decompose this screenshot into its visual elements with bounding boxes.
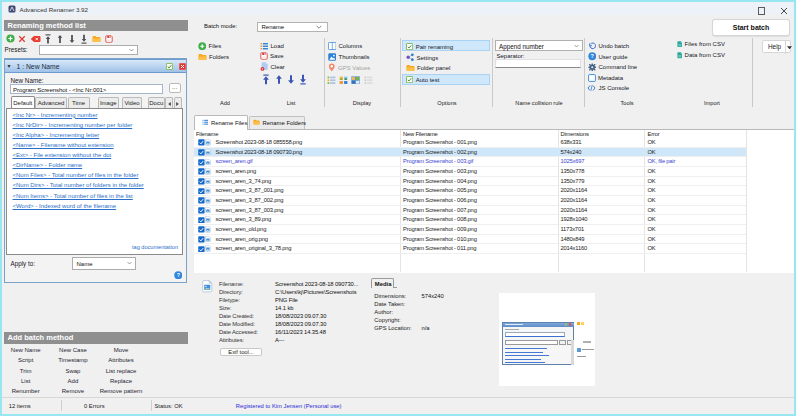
table-row[interactable]: screen_aren.pngProgram Screenshot - 003.…	[194, 167, 746, 177]
add-method-link[interactable]: Replace	[110, 378, 132, 384]
table-row[interactable]: screen_aren_original_3_78.pngProgram Scr…	[194, 244, 746, 254]
media-tab[interactable]: Media	[371, 278, 394, 288]
collapse-icon[interactable]: ▾	[8, 62, 11, 69]
maximize-button[interactable]	[758, 7, 766, 15]
method-close-button[interactable]	[179, 63, 186, 70]
table-row[interactable]: Screenshot 2023-08-18 085558.pngProgram …	[194, 138, 746, 148]
add-method-link[interactable]: Remove pattern	[100, 388, 143, 394]
row-checkbox[interactable]	[198, 139, 205, 146]
toolbar-options-settings[interactable]: Settings	[406, 53, 439, 62]
separator-input[interactable]	[495, 59, 581, 68]
tag-link[interactable]: <Num Items> - Total number of files in t…	[13, 193, 133, 199]
view-thumbnails-large-button[interactable]	[351, 76, 360, 85]
add-method-link[interactable]: Move	[114, 347, 129, 353]
tag-link[interactable]: <Inc Nr> - Incrementing number	[13, 112, 98, 118]
view-list-green-button[interactable]	[327, 76, 336, 85]
tag-link[interactable]: <Word> - Indexed word of the filename	[13, 203, 117, 209]
tab-rename-folders[interactable]: Rename Folders	[249, 116, 305, 129]
table-row[interactable]: screen_aren_old.pngProgram Screenshot - …	[194, 225, 746, 235]
add-method-link[interactable]: List	[21, 378, 30, 384]
tab-advanced[interactable]: Advanced	[35, 97, 67, 108]
view-details-button[interactable]	[364, 76, 373, 85]
move-method-up-button[interactable]	[56, 34, 64, 44]
tag-link[interactable]: <DirName> - Folder name	[13, 162, 83, 168]
toolbar-display-columns[interactable]: Columns	[328, 42, 363, 50]
toolbar-display-gps-values[interactable]: GPS Values	[328, 63, 370, 72]
save-preset-button[interactable]	[105, 35, 113, 43]
clear-methods-button[interactable]	[30, 35, 41, 43]
move-method-bottom-button[interactable]	[80, 34, 88, 44]
add-method-link[interactable]: Script	[18, 357, 33, 363]
tab-video[interactable]: Video	[122, 97, 142, 108]
toolbar-tools-command-line[interactable]: Command line	[588, 63, 638, 72]
tab-document[interactable]: Docu	[148, 97, 165, 108]
tab-scroll-left-button[interactable]	[165, 97, 173, 108]
add-method-link[interactable]: New Case	[59, 347, 87, 353]
add-method-link[interactable]: List replace	[106, 368, 137, 374]
tab-image[interactable]: Image	[98, 97, 120, 108]
tag-link[interactable]: <Name> - Filename without extension	[13, 142, 114, 148]
exif-tool-button[interactable]: Exif tool...	[220, 348, 262, 356]
browse-button[interactable]: ...	[169, 83, 181, 93]
toolbar-options-pair-renaming[interactable]: Pair renaming	[406, 43, 453, 50]
table-row[interactable]: screen_aren_3_89.pngProgram Screenshot -…	[194, 215, 746, 225]
tab-scroll-right-button[interactable]	[174, 97, 182, 108]
row-checkbox[interactable]	[198, 226, 205, 233]
row-checkbox[interactable]	[198, 236, 205, 243]
tag-link[interactable]: <Num Files> - Total number of files in t…	[13, 172, 139, 178]
row-checkbox[interactable]	[198, 217, 205, 224]
move-file-top-button[interactable]	[262, 74, 270, 85]
row-checkbox[interactable]	[198, 149, 205, 156]
batch-mode-select[interactable]: Rename	[257, 22, 328, 32]
tag-link[interactable]: <Inc NrDir> - Incrementing number per fo…	[13, 122, 133, 128]
toolbar-add-folders[interactable]: Folders	[198, 53, 230, 61]
help-button[interactable]: Help	[762, 40, 791, 53]
move-file-up-button[interactable]	[275, 74, 283, 85]
apply-to-select[interactable]: Name	[72, 257, 136, 270]
table-row[interactable]: screen_aren_3_87_001.pngProgram Screensh…	[194, 186, 746, 196]
method-help-button[interactable]: ?	[174, 271, 183, 280]
tag-link[interactable]: <Ext> - File extension without the dot	[13, 152, 112, 158]
row-checkbox[interactable]	[198, 178, 205, 185]
add-method-link[interactable]: Remove	[62, 388, 84, 394]
table-row[interactable]: screen_aren_orig.pngProgram Screenshot -…	[194, 235, 746, 245]
move-file-down-button[interactable]	[287, 74, 295, 85]
add-method-link[interactable]: Trim	[20, 368, 32, 374]
toolbar-import-files-from-csv[interactable]: Files from CSV	[677, 41, 725, 48]
toolbar-tools-metadata[interactable]: Metadata	[588, 74, 624, 82]
tag-link[interactable]: <Inc Alpha> - Incrementing letter	[13, 132, 100, 138]
toolbar-list-save[interactable]: Save	[260, 52, 284, 60]
toolbar-list-clear[interactable]: Clear	[260, 62, 285, 71]
tag-documentation-link[interactable]: tag documentation	[132, 244, 178, 250]
row-checkbox[interactable]	[198, 207, 205, 214]
add-method-link[interactable]: Timestamp	[58, 357, 87, 363]
table-row[interactable]: Screenshot 2023-08-18 090730.pngProgram …	[194, 148, 746, 158]
move-file-bottom-button[interactable]	[299, 74, 307, 85]
toolbar-display-thumbnails[interactable]: Thumbnails	[328, 53, 370, 61]
tag-link[interactable]: <Num Dirs> - Total number of folders in …	[13, 182, 144, 188]
method-window-header[interactable]: ▾ 1 : New Name	[5, 59, 186, 73]
tab-default[interactable]: Default	[11, 96, 35, 108]
toolbar-options-folder-panel[interactable]: Folder panel	[406, 64, 451, 72]
row-checkbox[interactable]	[198, 168, 205, 175]
move-method-top-button[interactable]	[44, 34, 52, 44]
add-method-link[interactable]: New Name	[11, 347, 41, 353]
toolbar-add-files[interactable]: Files	[198, 42, 222, 51]
add-method-button[interactable]	[6, 34, 15, 43]
toolbar-import-data-from-csv[interactable]: Data from CSV	[677, 52, 725, 59]
new-name-input[interactable]: Program Screenshot - <Inc Nr:001>	[10, 84, 163, 94]
add-method-link[interactable]: Renumber	[12, 388, 40, 394]
table-row[interactable]: screen_aren_3_87_002.pngProgram Screensh…	[194, 196, 746, 206]
add-method-link[interactable]: Add	[68, 378, 79, 384]
table-row[interactable]: screen_aren_3_87_003.pngProgram Screensh…	[194, 206, 746, 216]
toolbar-options-auto-test[interactable]: Auto test	[406, 76, 439, 83]
table-row[interactable]: screen_aren_3_74.pngProgram Screenshot -…	[194, 177, 746, 187]
tab-rename-files[interactable]: Rename Files	[194, 115, 248, 130]
toolbar-list-load[interactable]: Load	[260, 42, 284, 51]
statusbar-registered-link[interactable]: Registered to Kim Jensen (Personal use)	[236, 403, 342, 409]
tab-time[interactable]: Time	[68, 97, 90, 108]
view-thumbnails-small-button[interactable]	[339, 76, 348, 85]
presets-combobox[interactable]	[39, 45, 139, 55]
preview-thumbnail[interactable]	[499, 293, 595, 387]
close-button[interactable]	[780, 7, 788, 15]
